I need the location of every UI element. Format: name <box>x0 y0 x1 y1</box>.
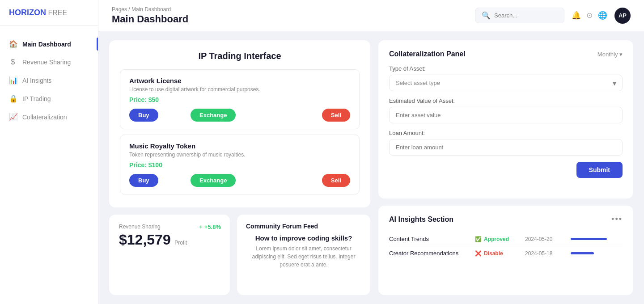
header-icons: 🔔 ⊙ 🌐 <box>572 11 607 20</box>
header: Pages / Main Dashboard Main Dashboard 🔍 … <box>98 0 644 31</box>
trading-interface-card: IP Trading Interface Artwork License Lic… <box>109 40 370 207</box>
loan-amount-label: Loan Amount: <box>389 130 623 136</box>
sell-button-1[interactable]: Sell <box>322 174 350 187</box>
asset-actions-1: Buy Exchange Sell <box>129 174 350 187</box>
search-bar[interactable]: 🔍 <box>475 8 564 23</box>
breadcrumb-page: Main Dashboard <box>131 6 171 13</box>
nav-label-revenue-sharing: Revenue Sharing <box>22 59 71 66</box>
asset-card-1: Music Royalty Token Token representing o… <box>120 135 360 194</box>
nav-label-collateralization: Collateralization <box>22 114 67 121</box>
buy-button-1[interactable]: Buy <box>129 174 158 187</box>
asset-price-1: Price: $100 <box>129 161 350 169</box>
breadcrumb-prefix: Pages / <box>112 6 131 13</box>
sidebar-item-revenue-sharing[interactable]: $Revenue Sharing <box>0 53 98 71</box>
sidebar-item-ai-insights[interactable]: 📊AI Insights <box>0 71 98 89</box>
forum-post-title: How to improve coding skills? <box>246 234 361 242</box>
asset-price-0: Price: $50 <box>129 96 350 103</box>
ai-date-0: 2024-05-20 <box>525 236 565 242</box>
forum-title: Community Forum Feed <box>246 223 361 230</box>
asset-type-label: Type of Asset: <box>389 65 623 72</box>
asset-type-wrapper: Select asset type <box>389 75 623 91</box>
nav-label-main-dashboard: Main Dashboard <box>22 41 71 48</box>
ai-item-name-0: Content Trends <box>389 236 470 242</box>
sell-button-0[interactable]: Sell <box>322 109 350 122</box>
sidebar-nav: 🏠Main Dashboard$Revenue Sharing📊AI Insig… <box>0 30 98 131</box>
nav-icon-revenue-sharing: $ <box>9 58 17 66</box>
settings-icon[interactable]: 🌐 <box>598 11 607 20</box>
forum-post-desc: Lorem ipsum dolor sit amet, consectetur … <box>246 245 361 269</box>
nav-icon-collateralization: 📈 <box>9 113 17 121</box>
revenue-profit-label: Profit <box>174 240 187 246</box>
ai-row-1: Creator Recommendations ❌ Disable 2024-0… <box>389 246 623 260</box>
nav-icon-ai-insights: 📊 <box>9 76 17 84</box>
right-column: Collateralization Panel Monthly ▾ Type o… <box>378 40 633 295</box>
bottom-row: Revenue Sharing + +5.8% $12,579 Profit C… <box>109 215 370 295</box>
content-area: IP Trading Interface Artwork License Lic… <box>98 31 644 304</box>
status-icon-1: ❌ <box>475 250 482 257</box>
nav-label-ai-insights: AI Insights <box>22 77 51 84</box>
ai-insights-title: AI Insights Section <box>389 215 453 224</box>
main-area: Pages / Main Dashboard Main Dashboard 🔍 … <box>98 0 644 304</box>
sidebar-item-ip-trading[interactable]: 🔒IP Trading <box>0 89 98 108</box>
ai-status-badge-1: ❌ Disable <box>475 250 520 257</box>
ai-row-0: Content Trends ✅ Approved 2024-05-20 <box>389 232 623 246</box>
brand-logo: HORIZON FREE <box>0 0 98 25</box>
search-icon: 🔍 <box>482 11 491 20</box>
ai-insights-card: AI Insights Section ••• Content Trends ✅… <box>378 206 633 295</box>
header-right: 🔍 🔔 ⊙ 🌐 AP <box>475 8 631 24</box>
nav-label-ip-trading: IP Trading <box>22 95 51 102</box>
status-icon-0: ✅ <box>475 236 482 242</box>
asset-name-1: Music Royalty Token <box>129 142 350 150</box>
ai-more-button[interactable]: ••• <box>611 215 623 224</box>
ai-date-1: 2024-05-18 <box>525 250 565 257</box>
submit-button[interactable]: Submit <box>576 162 623 178</box>
asset-value-input[interactable] <box>389 107 623 123</box>
ai-item-name-1: Creator Recommendations <box>389 250 470 257</box>
asset-card-0: Artwork License License to use digital a… <box>120 69 360 129</box>
asset-desc-1: Token representing ownership of music ro… <box>129 152 350 158</box>
collateral-title: Collateralization Panel <box>389 50 466 58</box>
notification-icon[interactable]: 🔔 <box>572 11 581 20</box>
exchange-button-1[interactable]: Exchange <box>191 174 236 187</box>
revenue-sharing-card: Revenue Sharing + +5.8% $12,579 Profit <box>109 215 230 295</box>
asset-type-select[interactable]: Select asset type <box>389 75 623 91</box>
ai-bar-wrap-0 <box>571 238 623 240</box>
help-icon[interactable]: ⊙ <box>586 11 593 20</box>
monthly-period-selector[interactable]: Monthly ▾ <box>597 51 623 58</box>
exchange-button-0[interactable]: Exchange <box>191 109 236 122</box>
status-text-1: Disable <box>484 250 503 257</box>
nav-icon-ip-trading: 🔒 <box>9 94 17 103</box>
nav-icon-main-dashboard: 🏠 <box>9 40 17 48</box>
status-text-0: Approved <box>484 236 509 242</box>
ai-bar-0 <box>571 238 607 240</box>
revenue-amount: $12,579 <box>119 232 171 248</box>
ai-insights-header: AI Insights Section ••• <box>389 215 623 224</box>
community-forum-card: Community Forum Feed How to improve codi… <box>237 215 370 295</box>
ai-bar-1 <box>571 252 594 254</box>
sidebar-item-collateralization[interactable]: 📈Collateralization <box>0 108 98 126</box>
revenue-amount-row: $12,579 Profit <box>119 232 220 248</box>
left-column: IP Trading Interface Artwork License Lic… <box>109 40 370 295</box>
search-input[interactable] <box>494 12 558 19</box>
brand-name: HORIZON <box>9 8 46 17</box>
avatar[interactable]: AP <box>614 8 631 24</box>
asset-value-label: Estimated Value of Asset: <box>389 97 623 104</box>
trading-title: IP Trading Interface <box>120 51 360 61</box>
ai-status-badge-0: ✅ Approved <box>475 236 520 242</box>
sidebar: HORIZON FREE 🏠Main Dashboard$Revenue Sha… <box>0 0 98 304</box>
brand-suffix: FREE <box>46 9 67 17</box>
collateralization-card: Collateralization Panel Monthly ▾ Type o… <box>378 40 633 198</box>
sidebar-divider <box>0 25 98 26</box>
buy-button-0[interactable]: Buy <box>129 109 158 122</box>
collateral-header: Collateralization Panel Monthly ▾ <box>389 50 623 58</box>
sidebar-item-main-dashboard[interactable]: 🏠Main Dashboard <box>0 35 98 53</box>
page-title: Main Dashboard <box>112 13 188 25</box>
breadcrumb: Pages / Main Dashboard <box>112 6 188 13</box>
asset-desc-0: License to use digital artwork for comme… <box>129 86 350 93</box>
asset-name-0: Artwork License <box>129 77 350 84</box>
asset-actions-0: Buy Exchange Sell <box>129 109 350 122</box>
loan-amount-input[interactable] <box>389 139 623 156</box>
header-left: Pages / Main Dashboard Main Dashboard <box>112 6 188 25</box>
revenue-change: + +5.8% <box>199 224 221 230</box>
ai-bar-wrap-1 <box>571 252 623 254</box>
